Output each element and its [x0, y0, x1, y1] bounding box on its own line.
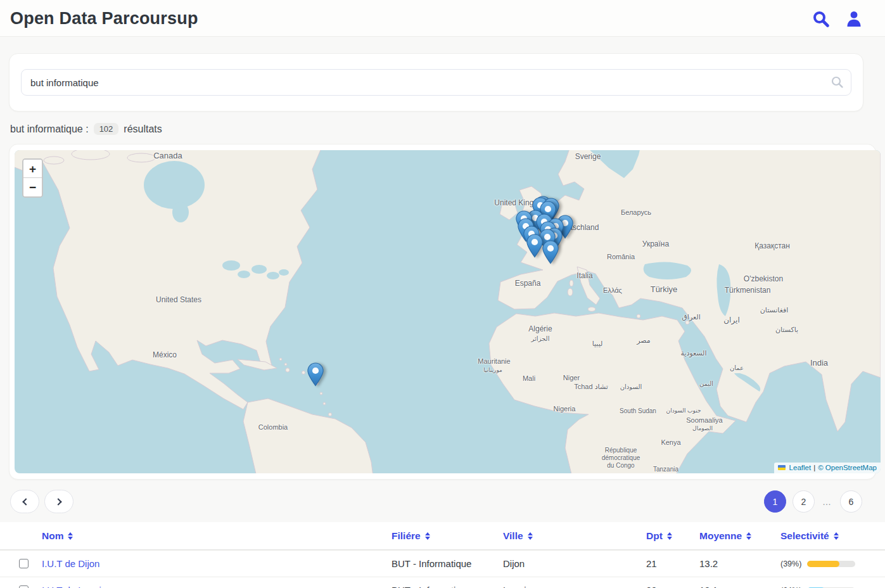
page-number-button[interactable]: 6 — [840, 490, 862, 513]
sort-icon[interactable] — [425, 532, 430, 540]
column-header-dpt[interactable]: Dpt — [646, 530, 699, 542]
sort-icon[interactable] — [834, 532, 839, 540]
column-header-selectivité[interactable]: Selectivité — [780, 530, 885, 542]
zoom-out-button[interactable]: − — [23, 178, 42, 196]
sort-icon[interactable] — [746, 532, 751, 540]
row-dpt: 21 — [646, 558, 699, 569]
search-input-icon[interactable] — [831, 75, 844, 89]
table-body: I.U.T de DijonBUT - InformatiqueDijon211… — [0, 550, 885, 588]
map-zoom-control: + − — [22, 158, 43, 198]
row-filiere: BUT - Informatique — [392, 558, 503, 569]
pagination: 12…6 — [10, 490, 862, 513]
row-ville: Lannion — [503, 585, 646, 588]
row-ville: Dijon — [503, 558, 646, 569]
search-card — [9, 53, 863, 112]
chevron-right-icon — [54, 498, 61, 505]
table-row: I.U.T de LannionBUT - InformatiqueLannio… — [0, 577, 885, 588]
map-marker-pin[interactable] — [542, 240, 559, 264]
row-nom-link[interactable]: I.U.T de Dijon — [42, 558, 392, 569]
page-title: Open Data Parcoursup — [10, 9, 198, 29]
zoom-in-button[interactable]: + — [23, 160, 42, 178]
selectivite-percent-label: (64%) — [780, 586, 801, 588]
selectivite-percent-label: (39%) — [780, 559, 801, 568]
column-label: Moyenne — [699, 530, 742, 542]
sort-icon[interactable] — [68, 532, 73, 540]
attribution-separator: | — [813, 464, 815, 471]
row-nom-link[interactable]: I.U.T de Lannion — [42, 585, 392, 588]
page-number-button[interactable]: 2 — [793, 490, 815, 513]
row-moyenne: 13.2 — [699, 558, 780, 569]
map-marker-pin[interactable] — [526, 234, 543, 258]
next-page-button[interactable] — [44, 490, 73, 513]
selectivite-bar-track — [807, 561, 855, 567]
column-label: Nom — [42, 530, 63, 542]
leaflet-map[interactable]: CanadaSverigeUnited KingdomБеларусьDeuts… — [15, 150, 881, 473]
world-map-tiles — [15, 150, 881, 473]
column-label: Dpt — [646, 530, 663, 542]
column-header-ville[interactable]: Ville — [503, 530, 646, 542]
search-input[interactable] — [21, 69, 851, 96]
leaflet-link[interactable]: Leaflet — [789, 464, 812, 471]
map-attribution: Leaflet | © OpenStreetMap — [774, 463, 881, 473]
column-label: Filiére — [392, 530, 421, 542]
column-header-moyenne[interactable]: Moyenne — [699, 530, 780, 542]
results-suffix: résultats — [124, 124, 162, 135]
row-checkbox[interactable] — [19, 559, 29, 568]
table-header-row: NomFiliéreVilleDptMoyenneSelectivité — [0, 522, 885, 550]
page-number-list: 12…6 — [764, 490, 862, 513]
row-checkbox[interactable] — [19, 585, 29, 588]
map-marker-pin[interactable] — [307, 362, 324, 387]
column-label: Ville — [503, 530, 523, 542]
results-summary: but informatique : 102 résultats — [10, 123, 875, 135]
openstreetmap-link[interactable]: © OpenStreetMap — [818, 464, 877, 471]
results-count-badge: 102 — [94, 123, 119, 135]
row-moyenne: 13.1 — [699, 585, 780, 588]
ukraine-flag-icon — [778, 465, 786, 470]
selectivite-bar-fill — [807, 561, 839, 567]
results-query: but informatique : — [10, 124, 89, 135]
pagination-ellipsis: … — [821, 497, 834, 507]
sort-icon[interactable] — [667, 532, 672, 540]
chevron-left-icon — [22, 498, 29, 505]
search-icon[interactable] — [812, 10, 831, 29]
map-card: CanadaSverigeUnited KingdomБеларусьDeuts… — [9, 144, 876, 480]
page-number-button[interactable]: 1 — [764, 490, 786, 513]
user-icon[interactable] — [844, 10, 863, 29]
table-row: I.U.T de DijonBUT - InformatiqueDijon211… — [0, 550, 885, 577]
row-filiere: BUT - Informatique — [392, 585, 503, 588]
row-selectivite: (64%) — [780, 586, 885, 588]
row-selectivite: (39%) — [780, 559, 885, 568]
column-header-nom[interactable]: Nom — [42, 530, 392, 542]
column-header-filiére[interactable]: Filiére — [392, 530, 503, 542]
app-header: Open Data Parcoursup — [0, 0, 885, 37]
results-table: NomFiliéreVilleDptMoyenneSelectivité I.U… — [0, 522, 885, 588]
column-label: Selectivité — [780, 530, 829, 542]
row-dpt: 22 — [646, 585, 699, 588]
sort-icon[interactable] — [528, 532, 533, 540]
prev-page-button[interactable] — [10, 490, 39, 513]
